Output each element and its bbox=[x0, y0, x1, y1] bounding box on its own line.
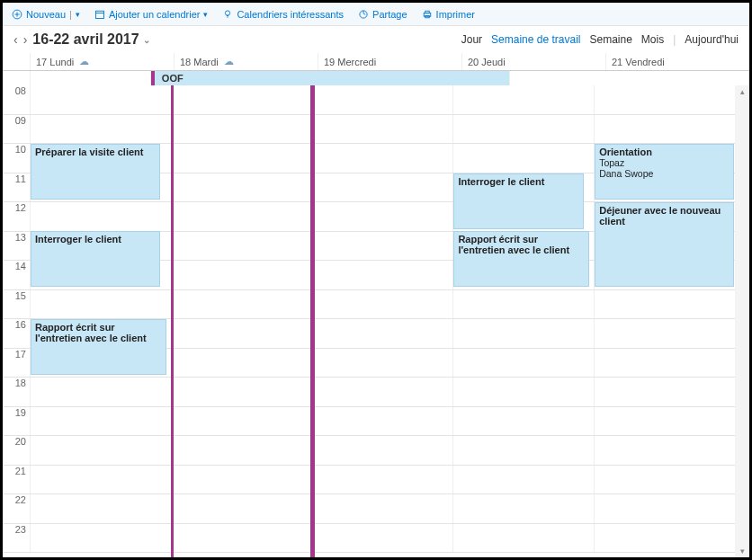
time-slot[interactable] bbox=[452, 144, 594, 173]
time-slot[interactable] bbox=[594, 494, 735, 523]
time-slot[interactable] bbox=[312, 85, 453, 114]
time-slot[interactable] bbox=[594, 436, 735, 465]
time-slot[interactable] bbox=[171, 85, 312, 114]
time-slot[interactable] bbox=[171, 232, 312, 261]
allday-span-tue-thu[interactable]: OOF bbox=[150, 71, 510, 85]
time-slot[interactable] bbox=[312, 202, 453, 231]
time-slot[interactable] bbox=[312, 173, 453, 202]
time-slot[interactable] bbox=[30, 378, 171, 406]
time-slot[interactable] bbox=[171, 173, 312, 202]
event-fri-lunch[interactable]: Déjeuner avec le nouveau client bbox=[595, 202, 734, 287]
time-slot[interactable] bbox=[171, 144, 312, 173]
event-fri-orientation[interactable]: Orientation Topaz Dana Swope bbox=[595, 144, 734, 200]
time-slot[interactable] bbox=[312, 378, 453, 406]
time-slot[interactable] bbox=[171, 494, 312, 523]
interesting-calendars-button[interactable]: Calendriers intéressants bbox=[222, 9, 344, 20]
event-thu-interview[interactable]: Interroger le client bbox=[453, 173, 583, 229]
time-slot[interactable] bbox=[312, 319, 453, 348]
time-slot[interactable] bbox=[312, 494, 453, 523]
allday-cell-mon[interactable] bbox=[30, 71, 150, 85]
time-slot[interactable] bbox=[312, 144, 453, 173]
print-button[interactable]: Imprimer bbox=[422, 9, 475, 20]
time-slot[interactable] bbox=[171, 202, 312, 231]
add-calendar-button[interactable]: Ajouter un calendrier ▾ bbox=[94, 9, 209, 20]
time-slot[interactable] bbox=[312, 436, 453, 465]
time-slot[interactable] bbox=[312, 290, 453, 319]
view-week[interactable]: Semaine bbox=[589, 33, 631, 46]
time-slot[interactable] bbox=[312, 349, 453, 378]
time-slot[interactable] bbox=[452, 290, 594, 319]
view-day[interactable]: Jour bbox=[461, 33, 482, 46]
time-slot[interactable] bbox=[30, 524, 171, 553]
time-slot[interactable] bbox=[312, 115, 453, 144]
view-today[interactable]: Aujourd'hui bbox=[685, 33, 739, 46]
time-slot[interactable] bbox=[30, 407, 171, 436]
time-slot[interactable] bbox=[452, 524, 594, 553]
day-header-thu[interactable]: 20 Jeudi bbox=[461, 53, 605, 70]
time-slot[interactable] bbox=[312, 466, 453, 494]
time-slot[interactable] bbox=[171, 466, 312, 494]
next-week-button[interactable]: › bbox=[23, 32, 28, 47]
time-slot[interactable] bbox=[594, 319, 735, 348]
scrollbar[interactable]: ▴ ▾ bbox=[735, 85, 749, 557]
time-slot[interactable] bbox=[594, 115, 735, 144]
time-slot[interactable] bbox=[452, 85, 594, 114]
time-slot[interactable] bbox=[452, 407, 594, 436]
share-button[interactable]: Partage bbox=[358, 9, 407, 20]
time-slot[interactable] bbox=[594, 407, 735, 436]
time-slot[interactable] bbox=[312, 524, 453, 553]
day-header-fri[interactable]: 21 Vendredi bbox=[605, 53, 749, 70]
time-slot[interactable] bbox=[452, 115, 594, 144]
interesting-calendars-label: Calendriers intéressants bbox=[237, 9, 344, 20]
time-slot[interactable] bbox=[594, 349, 735, 378]
time-slot[interactable] bbox=[171, 115, 312, 144]
time-slot[interactable] bbox=[594, 466, 735, 494]
time-slot[interactable] bbox=[594, 85, 735, 114]
event-mon-report[interactable]: Rapport écrit sur l'entretien avec le cl… bbox=[31, 319, 166, 375]
time-slot[interactable] bbox=[594, 524, 735, 553]
time-slot[interactable] bbox=[594, 290, 735, 319]
day-header-mon[interactable]: 17 Lundi ☁ bbox=[30, 53, 174, 70]
time-slot[interactable] bbox=[312, 407, 453, 436]
time-slot[interactable] bbox=[312, 232, 453, 261]
time-slot[interactable] bbox=[452, 466, 594, 494]
date-range-picker[interactable]: 16-22 avril 2017 ⌄ bbox=[32, 31, 149, 48]
time-slot[interactable] bbox=[30, 494, 171, 523]
time-slot[interactable] bbox=[171, 290, 312, 319]
time-slot[interactable] bbox=[30, 202, 171, 231]
prev-week-button[interactable]: ‹ bbox=[13, 32, 18, 47]
time-slot[interactable] bbox=[171, 407, 312, 436]
time-slot[interactable] bbox=[30, 436, 171, 465]
allday-cell-thu-fri[interactable] bbox=[509, 71, 749, 85]
time-slot[interactable] bbox=[30, 466, 171, 494]
time-slot[interactable] bbox=[171, 378, 312, 406]
day-header-tue[interactable]: 18 Mardi ☁ bbox=[174, 53, 318, 70]
day-header-wed[interactable]: 19 Mercredi bbox=[318, 53, 461, 70]
event-oof[interactable]: OOF bbox=[151, 71, 510, 85]
event-mon-interview[interactable]: Interroger le client bbox=[31, 231, 160, 287]
time-slot[interactable] bbox=[30, 85, 171, 114]
time-slot[interactable] bbox=[30, 290, 171, 319]
time-slot[interactable] bbox=[312, 261, 453, 289]
time-slot[interactable] bbox=[171, 349, 312, 378]
time-slot[interactable] bbox=[452, 319, 594, 348]
event-thu-report[interactable]: Rapport écrit sur l'entretien avec le cl… bbox=[453, 231, 589, 287]
scroll-down-icon[interactable]: ▾ bbox=[735, 545, 749, 557]
time-slot[interactable] bbox=[452, 349, 594, 378]
time-slot[interactable] bbox=[30, 115, 171, 144]
chevron-down-icon[interactable]: ▾ bbox=[76, 10, 80, 19]
time-slot[interactable] bbox=[594, 378, 735, 406]
scroll-up-icon[interactable]: ▴ bbox=[735, 85, 749, 98]
time-slot[interactable] bbox=[171, 524, 312, 553]
chevron-down-icon[interactable]: ▾ bbox=[203, 10, 208, 19]
time-slot[interactable] bbox=[171, 261, 312, 289]
time-slot[interactable] bbox=[171, 319, 312, 348]
time-slot[interactable] bbox=[452, 378, 594, 406]
event-mon-prepare[interactable]: Préparer la visite client bbox=[31, 144, 160, 200]
time-slot[interactable] bbox=[452, 494, 594, 523]
time-slot[interactable] bbox=[452, 436, 594, 465]
view-work-week[interactable]: Semaine de travail bbox=[491, 33, 580, 46]
new-button[interactable]: Nouveau | ▾ bbox=[12, 9, 80, 20]
time-slot[interactable] bbox=[171, 436, 312, 465]
view-month[interactable]: Mois bbox=[641, 33, 664, 46]
